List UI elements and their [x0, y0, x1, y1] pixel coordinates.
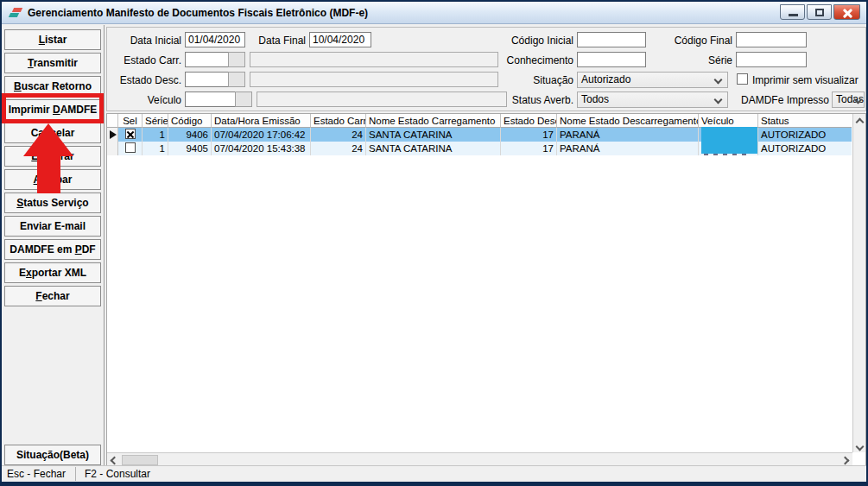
cell-estado-carr[interactable]: 24 [311, 142, 366, 155]
close-button[interactable] [833, 4, 860, 20]
results-grid [106, 113, 866, 466]
scroll-right-arrow-icon[interactable] [839, 453, 852, 466]
fechar-button[interactable]: Fechar [4, 286, 101, 306]
data-final-label: Data Final [252, 35, 306, 47]
estado-desc-desc-field [250, 72, 498, 87]
situacao-beta-button[interactable]: Situação(Beta) [4, 445, 101, 465]
chevron-down-icon [714, 96, 723, 104]
veiculo-input[interactable] [185, 92, 236, 107]
serie-label: Série [691, 54, 732, 66]
data-inicial-input[interactable] [185, 32, 245, 47]
statusbar-divider [75, 467, 76, 481]
listar-button[interactable]: Listar [4, 29, 101, 50]
status-averb-select[interactable]: Todos [577, 92, 728, 108]
statusbar-f2-hint: F2 - Consultar [85, 468, 150, 480]
grid-header-nome-carr[interactable]: Nome Estado Carregamento [366, 114, 501, 128]
imprimir-sem-visualizar-checkbox[interactable] [737, 73, 748, 85]
data-final-input[interactable] [309, 32, 371, 47]
row-checkbox-unchecked[interactable] [125, 142, 136, 153]
codigo-final-label: Código Final [663, 35, 732, 47]
status-averb-label: Status Averb. [501, 94, 573, 106]
exportar-xml-button[interactable]: Exportar XML [4, 262, 101, 283]
current-row-arrow-icon [110, 130, 117, 139]
cell-data-hora[interactable]: 07/04/2020 17:06:42 [212, 128, 311, 142]
grid-header-data-hora[interactable]: Data/Hora Emissão [212, 114, 311, 128]
minimize-button[interactable] [780, 4, 805, 20]
grid-header-indicator [107, 114, 118, 128]
annotation-red-arrow-icon [23, 123, 73, 156]
estado-desc-lookup-button[interactable] [228, 72, 245, 87]
cell-status[interactable]: AUTORIZADO [758, 128, 852, 142]
cell-data-hora[interactable]: 07/04/2020 15:43:38 [212, 142, 311, 155]
transmitir-button[interactable]: Transmitir [4, 53, 101, 73]
estado-desc-label: Estado Desc. [109, 74, 181, 86]
annotation-red-arrow-stem [37, 155, 60, 193]
status-bar: Esc - Fechar F2 - Consultar [2, 465, 866, 482]
cell-serie[interactable]: 1 [143, 142, 168, 155]
cell-estado-desc[interactable]: 17 [501, 142, 557, 155]
privacy-censor-block [701, 127, 757, 154]
codigo-inicial-input[interactable] [577, 32, 646, 47]
sidebar: Listar Transmitir Buscar Retorno Imprimi… [2, 25, 105, 465]
scroll-down-arrow-icon[interactable] [853, 439, 866, 452]
title-bar[interactable]: Gerenciamento Manifesto de Documentos Fi… [2, 2, 866, 24]
estado-carr-input[interactable] [185, 52, 229, 67]
veiculo-lookup-button[interactable] [235, 92, 252, 107]
row-indicator-cell [107, 128, 118, 142]
minimize-icon [789, 14, 798, 16]
codigo-final-input[interactable] [736, 32, 807, 47]
grid-header-status[interactable]: Status [758, 114, 852, 128]
cell-nome-carr[interactable]: SANTA CATARINA [366, 142, 501, 155]
grid-header-estado-desc[interactable]: Estado Desc. [501, 114, 557, 128]
damdfe-em-pdf-button[interactable]: DAMDFE em PDF [4, 239, 101, 260]
situacao-select[interactable]: Autorizado [577, 72, 728, 88]
grid-header-estado-carr[interactable]: Estado Carr. [311, 114, 366, 128]
grid-horizontal-scrollbar[interactable] [107, 452, 852, 466]
serie-input[interactable] [736, 52, 807, 67]
row-checkbox-checked[interactable] [125, 129, 136, 139]
cell-nome-desc[interactable]: PARANÁ [557, 142, 699, 155]
grid-header-codigo[interactable]: Código [168, 114, 212, 128]
cell-codigo[interactable]: 9405 [168, 142, 212, 155]
cell-codigo[interactable]: 9406 [168, 128, 212, 142]
maximize-button[interactable] [807, 4, 832, 20]
estado-desc-input[interactable] [185, 72, 229, 87]
scrollbar-thumb[interactable] [122, 455, 158, 465]
conhecimento-label: Conhecimento [496, 54, 573, 66]
statusbar-esc-hint: Esc - Fechar [7, 468, 66, 480]
row-indicator-cell [107, 142, 118, 155]
enviar-email-button[interactable]: Enviar E-mail [4, 216, 101, 237]
data-inicial-label: Data Inicial [112, 35, 181, 47]
grid-header-serie[interactable]: Série [143, 114, 168, 128]
codigo-inicial-label: Código Inicial [503, 35, 573, 47]
cell-serie[interactable]: 1 [143, 128, 168, 142]
chevron-down-icon [714, 76, 723, 85]
status-servico-button[interactable]: Status Serviço [4, 193, 101, 213]
grid-header-nome-desc[interactable]: Nome Estado Descarregamento [557, 114, 699, 128]
grid-header-sel[interactable]: Sel [118, 114, 143, 128]
cell-sel[interactable] [118, 128, 143, 142]
damdfe-impresso-label: DAMDFe Impresso [732, 94, 829, 106]
estado-carr-lookup-button[interactable] [228, 52, 245, 67]
app-window: Gerenciamento Manifesto de Documentos Fi… [0, 0, 868, 486]
estado-carr-label: Estado Carr. [109, 54, 181, 66]
scroll-up-arrow-icon[interactable] [853, 114, 866, 127]
cell-estado-desc[interactable]: 17 [501, 128, 557, 142]
cell-nome-desc[interactable]: PARANÁ [557, 128, 699, 142]
cell-sel[interactable] [118, 142, 143, 155]
cell-status[interactable]: AUTORIZADO [758, 142, 852, 155]
window-title: Gerenciamento Manifesto de Documentos Fi… [28, 7, 368, 19]
grid-header-veiculo[interactable]: Veículo [699, 114, 758, 128]
veiculo-label: Veículo [123, 94, 181, 106]
annotation-highlight-box [2, 93, 104, 123]
estado-carr-desc-field [250, 52, 498, 67]
maximize-icon [815, 9, 824, 16]
app-logo-icon [9, 6, 22, 20]
veiculo-desc-field [257, 92, 507, 107]
damdfe-impresso-select[interactable]: Todas [832, 92, 865, 108]
conhecimento-input[interactable] [577, 52, 646, 67]
scroll-left-arrow-icon[interactable] [107, 453, 120, 466]
cell-estado-carr[interactable]: 24 [311, 128, 366, 142]
grid-vertical-scrollbar[interactable] [852, 114, 865, 452]
cell-nome-carr[interactable]: SANTA CATARINA [366, 128, 501, 142]
